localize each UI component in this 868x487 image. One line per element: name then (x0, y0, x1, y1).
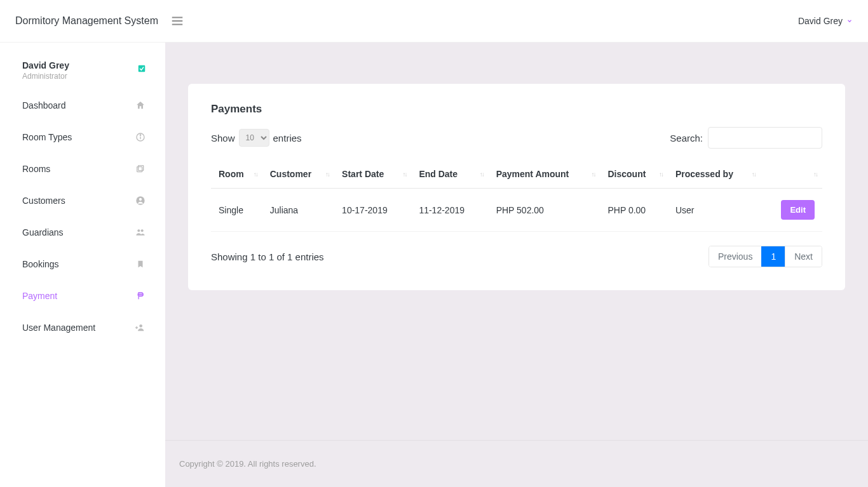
svg-rect-8 (137, 167, 142, 172)
cell-amount: PHP 502.00 (489, 189, 600, 232)
table-info: Showing 1 to 1 of 1 entries (211, 251, 324, 262)
cell-discount: PHP 0.00 (600, 189, 667, 232)
edit-button[interactable]: Edit (781, 200, 815, 220)
user-plus-icon (135, 322, 146, 333)
length-select[interactable]: 10 (239, 129, 269, 147)
length-entries-label: entries (273, 133, 302, 143)
info-icon (135, 131, 146, 143)
search-label: Search: (670, 133, 703, 143)
svg-point-15 (139, 324, 142, 328)
sidebar-item-bookings[interactable]: Bookings (0, 248, 165, 280)
length-menu: Show 10 entries (211, 129, 302, 147)
cell-customer: Juliana (262, 189, 334, 232)
user-menu[interactable]: David Grey (798, 16, 853, 26)
pagination: Previous 1 Next (709, 246, 822, 267)
sidebar-item-room-types[interactable]: Room Types (0, 121, 165, 153)
col-actions: ↑↓ (761, 160, 822, 189)
sidebar-item-customers[interactable]: Customers (0, 185, 165, 217)
page-next[interactable]: Next (785, 246, 822, 267)
user-circle-icon (135, 195, 146, 206)
app-title: Dormitory Management System (15, 15, 165, 27)
table-row: Single Juliana 10-17-2019 11-12-2019 PHP… (211, 189, 822, 232)
sidebar-item-label: Dashboard (22, 100, 66, 110)
profile-role: Administrator (22, 72, 69, 81)
sidebar-item-label: Rooms (22, 164, 50, 174)
page-1[interactable]: 1 (761, 246, 785, 267)
footer-text: Copyright © 2019. All rights reserved. (179, 459, 316, 469)
main: Payments Show 10 entries Search: (165, 43, 868, 487)
svg-point-10 (139, 198, 142, 201)
sidebar-profile: David Grey Administrator (0, 49, 165, 90)
col-amount[interactable]: Payment Amount↑↓ (489, 160, 600, 189)
sort-icon: ↑↓ (325, 171, 329, 178)
svg-point-12 (141, 229, 144, 232)
payments-table: Room↑↓ Customer↑↓ Start Date↑↓ End Date↑… (211, 160, 822, 232)
cell-processed-by: User (668, 189, 761, 232)
sidebar-item-rooms[interactable]: Rooms (0, 153, 165, 185)
sort-icon: ↑↓ (591, 171, 595, 178)
sort-icon: ↑↓ (480, 171, 484, 178)
bookmark-icon (135, 258, 146, 270)
svg-point-6 (140, 135, 140, 135)
topbar: Dormitory Management System David Grey (0, 0, 868, 43)
sidebar-item-label: Bookings (22, 259, 59, 269)
home-icon (135, 100, 146, 111)
col-room[interactable]: Room↑↓ (211, 160, 262, 189)
search-group: Search: (670, 127, 822, 149)
sort-icon: ↑↓ (402, 171, 406, 178)
sidebar-item-label: Room Types (22, 132, 72, 142)
profile-name: David Grey (22, 60, 69, 70)
payments-card: Payments Show 10 entries Search: (188, 84, 845, 290)
sidebar-item-guardians[interactable]: Guardians (0, 217, 165, 248)
svg-rect-3 (139, 65, 146, 72)
cell-start: 10-17-2019 (334, 189, 411, 232)
search-input[interactable] (708, 127, 822, 149)
sidebar-nav: Dashboard Room Types Rooms Customers Gua… (0, 90, 165, 344)
hamburger-icon[interactable] (170, 14, 184, 28)
col-discount[interactable]: Discount↑↓ (600, 160, 667, 189)
cell-room: Single (211, 189, 262, 232)
footer: Copyright © 2019. All rights reserved. (165, 440, 868, 487)
col-start-date[interactable]: Start Date↑↓ (334, 160, 411, 189)
user-name: David Grey (798, 16, 843, 26)
sort-icon: ↑↓ (813, 171, 817, 178)
length-show-label: Show (211, 133, 235, 143)
chevron-down-icon (846, 18, 853, 24)
sidebar-item-payment[interactable]: Payment (0, 280, 165, 312)
verified-icon (137, 64, 146, 73)
sidebar: David Grey Administrator Dashboard Room … (0, 43, 165, 487)
col-end-date[interactable]: End Date↑↓ (411, 160, 488, 189)
sidebar-item-label: Guardians (22, 227, 64, 237)
peso-icon (135, 290, 146, 302)
sidebar-item-dashboard[interactable]: Dashboard (0, 90, 165, 121)
page-prev[interactable]: Previous (709, 246, 761, 267)
sort-icon: ↑↓ (659, 171, 663, 178)
cell-end: 11-12-2019 (411, 189, 488, 232)
svg-point-11 (137, 229, 140, 232)
sort-icon: ↑↓ (254, 171, 257, 178)
sort-icon: ↑↓ (752, 171, 756, 178)
page-title: Payments (211, 103, 822, 116)
people-icon (135, 227, 146, 238)
col-customer[interactable]: Customer↑↓ (262, 160, 334, 189)
sidebar-item-label: Customers (22, 196, 65, 206)
svg-rect-7 (139, 166, 144, 171)
col-processed-by[interactable]: Processed by↑↓ (668, 160, 761, 189)
sidebar-item-label: Payment (22, 291, 57, 301)
layers-icon (135, 163, 146, 175)
sidebar-item-label: User Management (22, 323, 95, 333)
sidebar-item-user-management[interactable]: User Management (0, 312, 165, 344)
